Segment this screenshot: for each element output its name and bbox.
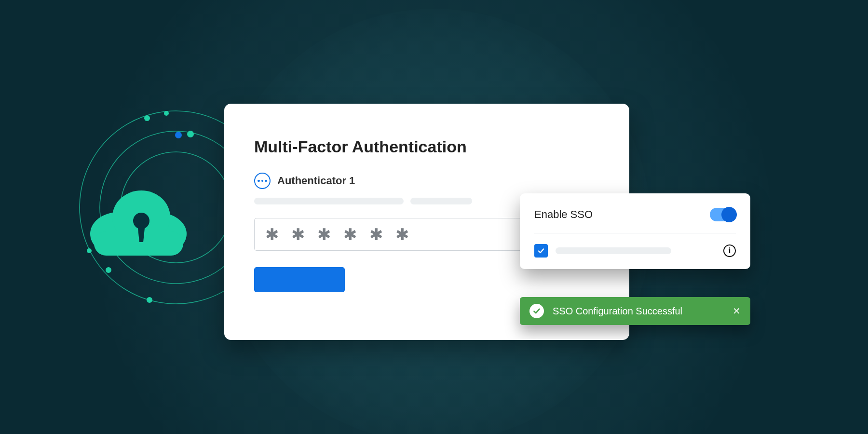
sso-option-checkbox[interactable] [534, 244, 548, 258]
close-icon[interactable]: ✕ [732, 305, 741, 317]
code-digit: ✱ [343, 225, 358, 244]
code-digit: ✱ [317, 225, 332, 244]
svg-point-3 [144, 115, 150, 121]
dots-circle-icon [254, 173, 271, 189]
success-toast: SSO Configuration Successful ✕ [520, 297, 750, 325]
enable-sso-toggle[interactable] [710, 208, 736, 221]
submit-button[interactable] [254, 267, 345, 292]
enable-sso-label: Enable SSO [534, 208, 593, 221]
info-icon[interactable]: i [723, 244, 736, 257]
svg-point-7 [147, 297, 152, 303]
code-digit: ✱ [265, 225, 280, 244]
authenticator-row[interactable]: Authenticator 1 [254, 173, 599, 189]
check-circle-icon [529, 304, 544, 318]
code-digit: ✱ [395, 225, 410, 244]
authenticator-label: Authenticator 1 [277, 175, 355, 187]
svg-point-6 [106, 267, 111, 273]
svg-point-4 [164, 111, 169, 116]
toggle-on-icon [721, 207, 737, 222]
svg-point-9 [175, 132, 182, 138]
sso-card: Enable SSO i [520, 193, 750, 269]
cloud-lock-icon [84, 183, 190, 256]
sso-option-placeholder [556, 247, 671, 254]
checkbox-checked-icon [537, 247, 545, 255]
toast-message: SSO Configuration Successful [553, 306, 724, 317]
code-digit: ✱ [369, 225, 384, 244]
code-digit: ✱ [291, 225, 306, 244]
svg-point-5 [187, 131, 194, 137]
mfa-title: Multi-Factor Authentication [254, 137, 599, 156]
